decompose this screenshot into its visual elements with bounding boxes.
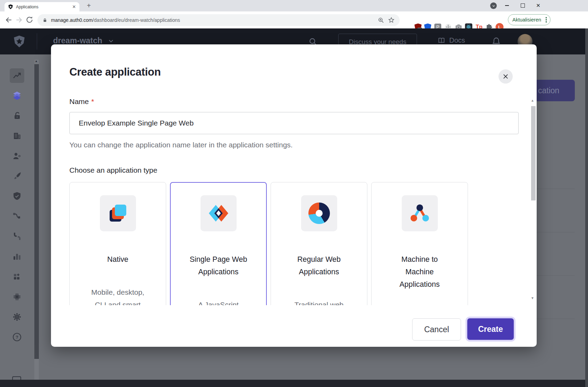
sidebar-item-help-circle-icon[interactable]: ?	[12, 332, 22, 342]
bookmark-star-icon[interactable]	[388, 17, 395, 24]
card-description: Mobile, desktop, CLI and smart	[87, 286, 149, 305]
sidebar-item-trending-up-icon[interactable]	[10, 68, 24, 83]
auth0-favicon-icon	[8, 4, 13, 9]
page-bottom-bar	[0, 380, 588, 387]
scrollbar-thumb[interactable]	[34, 64, 39, 359]
name-help-text: You can change the application name late…	[69, 141, 293, 149]
sidebar-scrollbar[interactable]: ▲ ▼	[34, 60, 39, 387]
chevron-down-icon	[108, 38, 114, 44]
address-bar[interactable]: manage.auth0.com/dashboard/eu/dream-watc…	[37, 14, 400, 26]
sidebar-item-shield-check-icon[interactable]	[12, 191, 22, 201]
card-description: A JavaScript	[198, 299, 239, 305]
reload-button[interactable]	[25, 16, 34, 24]
sidebar-nav: ?	[0, 54, 34, 387]
browser-menu-kebab-icon[interactable]	[544, 16, 548, 24]
sidebar-item-flow-icon[interactable]	[12, 212, 22, 221]
sidebar-item-user-gear-icon[interactable]	[12, 151, 22, 161]
close-icon	[503, 74, 509, 79]
book-icon	[437, 37, 446, 44]
url-text: manage.auth0.com/dashboard/eu/dream-watc…	[51, 17, 374, 23]
window-minimize-button[interactable]	[499, 0, 515, 11]
browser-update-button[interactable]: Aktualisieren	[508, 14, 551, 25]
auth0-logo-icon[interactable]	[13, 35, 26, 48]
window-close-button[interactable]: ✕	[530, 0, 546, 11]
screen: Applications ✕ + ✕ manage.auth0.com/dash…	[0, 0, 588, 387]
modal-scrollbar-thumb[interactable]	[531, 106, 536, 200]
sidebar-item-bar-chart-icon[interactable]	[12, 252, 22, 261]
m2m-nodes-icon	[402, 195, 438, 231]
regular-web-donut-icon	[301, 195, 337, 231]
tab-title: Applications	[16, 5, 69, 9]
window-maximize-button[interactable]	[515, 0, 530, 11]
name-label: Name*	[69, 97, 94, 106]
modal-scroll-down-arrow-icon[interactable]: ▼	[531, 296, 534, 300]
cancel-button[interactable]: Cancel	[412, 318, 461, 341]
svg-text:?: ?	[16, 335, 18, 340]
zoom-icon[interactable]	[378, 17, 384, 24]
card-description: Traditional web	[295, 299, 344, 305]
page-scrollbar[interactable]	[585, 28, 588, 387]
card-title: Machine to Machine Applications	[393, 253, 446, 291]
new-tab-button[interactable]: +	[84, 1, 93, 10]
card-title: Regular Web Applications	[290, 253, 349, 278]
sidebar-item-building-icon[interactable]	[12, 131, 22, 141]
modal-title: Create application	[69, 66, 161, 78]
lock-icon[interactable]	[42, 17, 48, 23]
card-regular-web[interactable]: Regular Web Applications Traditional web	[271, 182, 367, 305]
sidebar-item-layers-icon[interactable]	[12, 91, 22, 101]
tenant-switcher[interactable]: dream-watch	[53, 36, 114, 45]
sidebar-item-grid-plus-icon[interactable]	[12, 272, 22, 282]
card-title: Single Page Web Applications	[184, 253, 253, 278]
sidebar-item-pipeline-icon[interactable]	[12, 232, 22, 241]
sidebar-item-chip-icon[interactable]	[12, 292, 22, 302]
sidebar-item-paintbrush-icon[interactable]	[12, 171, 22, 181]
card-native[interactable]: Native Mobile, desktop, CLI and smart	[69, 182, 166, 305]
create-application-modal: Create application Name* You can change …	[51, 44, 537, 347]
browser-tab[interactable]: Applications ✕	[5, 2, 79, 11]
modal-body: Name* You can change the application nam…	[51, 94, 537, 305]
card-machine-to-machine[interactable]: Machine to Machine Applications	[371, 182, 468, 305]
back-button[interactable]	[5, 16, 13, 24]
required-mark: *	[91, 97, 94, 105]
native-stack-icon	[100, 195, 136, 231]
forward-button[interactable]	[15, 16, 23, 24]
card-single-page-web[interactable]: Single Page Web Applications A JavaScrip…	[170, 182, 267, 305]
modal-close-button[interactable]	[498, 69, 513, 84]
browser-tab-strip: Applications ✕ + ✕	[0, 0, 588, 11]
application-type-cards: Native Mobile, desktop, CLI and smart Si…	[69, 182, 468, 305]
tab-close-icon[interactable]: ✕	[72, 5, 76, 9]
card-title: Native	[107, 253, 128, 266]
sidebar-item-unlock-icon[interactable]	[12, 111, 22, 121]
docs-link[interactable]: Docs	[437, 36, 465, 44]
create-button[interactable]: Create	[467, 318, 514, 340]
header-divider	[37, 33, 37, 50]
browser-toolbar: manage.auth0.com/dashboard/eu/dream-watc…	[0, 11, 588, 28]
chevron-down-icon	[492, 4, 495, 8]
application-name-input[interactable]	[69, 112, 519, 134]
scroll-up-arrow-icon[interactable]: ▲	[35, 59, 38, 63]
modal-scroll-up-arrow-icon[interactable]: ▲	[531, 98, 534, 102]
sidebar-item-gear-icon[interactable]	[12, 312, 22, 322]
tab-search-button[interactable]	[490, 2, 497, 9]
spa-diamonds-icon	[201, 195, 237, 231]
application-type-label: Choose an application type	[69, 166, 157, 174]
